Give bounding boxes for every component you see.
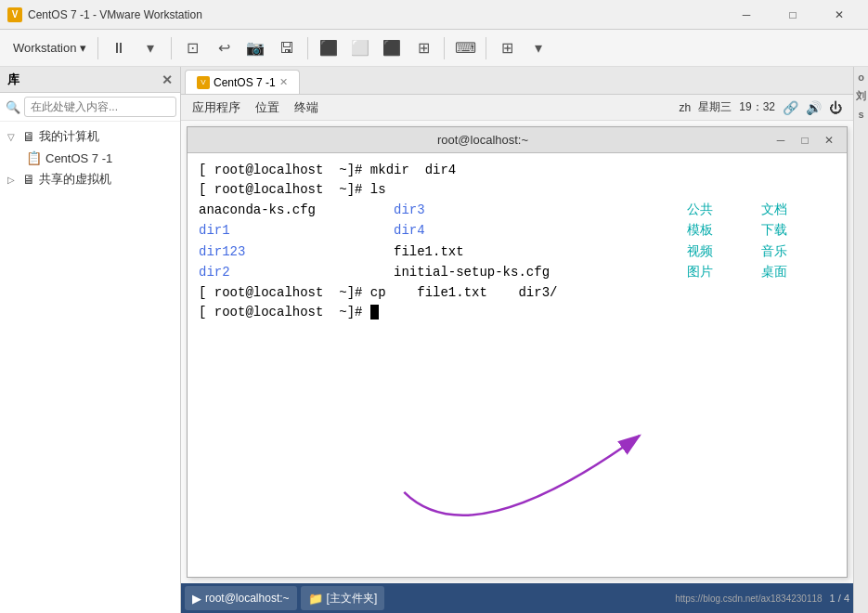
taskbar-terminal[interactable]: ▶ root@localhost:~ [185, 586, 297, 610]
vm-toolbar-right: zh 星期三 19：32 🔗 🔊 ⏻ [680, 99, 842, 115]
taskbar-terminal-icon: ▶ [192, 592, 201, 606]
vm-icon-btn-9[interactable]: ⌨ [450, 33, 480, 63]
ls-empty4 [561, 262, 687, 282]
search-input[interactable] [24, 97, 176, 117]
terminal-line-prompt: [ root@localhost ~]# [199, 303, 836, 322]
ls-empty1 [561, 200, 687, 220]
vm-tab-close-button[interactable]: ✕ [279, 76, 288, 88]
shared-vms-label: 共享的虚拟机 [39, 171, 111, 188]
vm-weekday: 星期三 [698, 99, 732, 115]
sidebar-item-centos[interactable]: 📋 CentOS 7 -1 [0, 148, 180, 168]
ls-file1: file1.txt [394, 241, 561, 262]
terminal-container: root@localhost:~ ─ □ ✕ [ root@localhost … [181, 121, 853, 583]
ls-zhuomian: 桌面 [761, 262, 836, 282]
ls-initial: initial-setup-ks.cfg [394, 262, 561, 282]
terminal-cursor [370, 305, 379, 320]
terminal-titlebar: root@localhost:~ ─ □ ✕ [188, 127, 847, 153]
ls-xiazai: 下载 [761, 220, 836, 241]
ls-dir2: dir2 [199, 262, 394, 282]
right-letter-o: o [858, 69, 864, 87]
terminal-minimize-button[interactable]: ─ [771, 131, 791, 150]
shared-icon: 🖥 [22, 172, 35, 187]
sidebar-close-button[interactable]: ✕ [162, 72, 173, 87]
taskbar: ▶ root@localhost:~ 📁 [主文件夹] https://blog… [181, 583, 853, 613]
ls-muban: 模板 [687, 220, 761, 241]
terminal-maximize-button[interactable]: □ [795, 131, 815, 150]
taskbar-files-label: [主文件夹] [327, 591, 378, 606]
computer-icon: 🖥 [22, 129, 35, 144]
ls-anaconda: anaconda-ks.cfg [199, 200, 394, 220]
vm-tab-label: CentOS 7 -1 [214, 76, 276, 89]
search-icon: 🔍 [6, 100, 20, 114]
watermark-text: https://blog.csdn.net/ax1834230118 [675, 593, 822, 604]
sidebar-item-shared-vms[interactable]: ▷ 🖥 共享的虚拟机 [0, 168, 180, 190]
vm-icon-btn-10[interactable]: ⊞ [492, 33, 522, 63]
vm-icon-btn-6[interactable]: ⬜ [345, 33, 375, 63]
taskbar-files-icon: 📁 [308, 592, 323, 606]
sidebar-search-bar: 🔍 ▼ [0, 93, 180, 122]
workstation-menu-button[interactable]: Workstation ▾ [7, 33, 92, 63]
vm-icon-btn-dropdown[interactable]: ▾ [524, 33, 553, 63]
sidebar-tree: ▽ 🖥 我的计算机 📋 CentOS 7 -1 ▷ 🖥 共享的虚拟机 [0, 122, 180, 613]
ls-dir123: dir123 [199, 241, 394, 262]
pause-dropdown[interactable]: ▾ [136, 33, 165, 63]
right-letter-s: s [858, 106, 863, 124]
my-computer-label: 我的计算机 [39, 128, 99, 145]
power-icon[interactable]: ⏻ [829, 100, 842, 115]
vm-icon-btn-3[interactable]: 📷 [240, 33, 270, 63]
main-toolbar: Workstation ▾ ⏸ ▾ ⊡ ↩ 📷 🖫 ⬛ ⬜ ⬛ ⊞ ⌨ ⊞ ▾ [0, 30, 868, 67]
terminal-window: root@localhost:~ ─ □ ✕ [ root@localhost … [187, 126, 848, 578]
pause-button[interactable]: ⏸ [104, 33, 134, 63]
vm-tab-centos[interactable]: V CentOS 7 -1 ✕ [185, 70, 300, 94]
workstation-label: Workstation [13, 41, 76, 55]
maximize-button[interactable]: □ [771, 2, 814, 28]
volume-icon[interactable]: 🔊 [806, 100, 822, 115]
minimize-button[interactable]: ─ [725, 2, 768, 28]
vm-tab-icon: V [197, 76, 210, 89]
taskbar-files[interactable]: 📁 [主文件夹] [301, 586, 385, 610]
content-area: V CentOS 7 -1 ✕ 应用程序 位置 终端 zh 星期三 19：32 … [181, 67, 853, 613]
toolbar-sep-2 [171, 37, 172, 59]
window-controls: ─ □ ✕ [725, 2, 861, 28]
app-icon: V [7, 7, 22, 22]
sidebar: 库 ✕ 🔍 ▼ ▽ 🖥 我的计算机 📋 CentOS 7 -1 ▷ 🖥 共享的虚… [0, 67, 181, 613]
page-info: 1 / 4 [830, 593, 849, 604]
vm-time: 19：32 [739, 99, 775, 115]
vm-menu-terminal[interactable]: 终端 [294, 99, 318, 116]
ls-empty2 [561, 220, 687, 241]
terminal-line-ls: [ root@localhost ~]# ls [199, 180, 836, 200]
ls-output-grid: anaconda-ks.cfg dir3 公共 文档 dir1 dir4 模板 … [199, 200, 836, 283]
ls-wendang: 文档 [761, 200, 836, 220]
vm-icon-btn-1[interactable]: ⊡ [177, 33, 207, 63]
vm-menu-apps[interactable]: 应用程序 [192, 99, 240, 116]
centos-label: CentOS 7 -1 [45, 151, 112, 165]
terminal-line-cp: [ root@localhost ~]# cp file1.txt dir3/ [199, 283, 836, 303]
sidebar-title: 库 [7, 72, 19, 88]
vm-menu-bar: 应用程序 位置 终端 zh 星期三 19：32 🔗 🔊 ⏻ [181, 95, 853, 121]
vm-icon-btn-8[interactable]: ⊞ [408, 33, 438, 63]
taskbar-right: https://blog.csdn.net/ax1834230118 1 / 4 [675, 593, 849, 604]
right-letter-liu: 刘 [856, 87, 866, 106]
toolbar-sep-3 [307, 37, 308, 59]
vm-icon-btn-5[interactable]: ⬛ [314, 33, 343, 63]
close-button[interactable]: ✕ [818, 2, 861, 28]
ls-dir4: dir4 [394, 220, 561, 241]
expand-icon-2: ▷ [7, 175, 19, 185]
ls-shipin: 视频 [687, 241, 761, 262]
right-panel: o 刘 s [853, 67, 868, 613]
vm-icon-btn-7[interactable]: ⬛ [377, 33, 407, 63]
vm-lang: zh [680, 101, 692, 114]
toolbar-sep-4 [444, 37, 445, 59]
vm-menu-location[interactable]: 位置 [255, 99, 279, 116]
terminal-content[interactable]: [ root@localhost ~]# mkdir dir4 [ root@l… [188, 153, 847, 577]
ls-tupian: 图片 [687, 262, 761, 282]
vm-icon-btn-4[interactable]: 🖫 [272, 33, 302, 63]
sidebar-item-my-computer[interactable]: ▽ 🖥 我的计算机 [0, 125, 180, 148]
workstation-dropdown-icon: ▾ [80, 41, 86, 55]
terminal-controls-right: ─ □ ✕ [771, 131, 839, 150]
vm-icon: 📋 [26, 150, 42, 165]
network-icon[interactable]: 🔗 [783, 100, 798, 115]
vm-icon-btn-2[interactable]: ↩ [209, 33, 239, 63]
terminal-close-button[interactable]: ✕ [819, 131, 839, 150]
toolbar-sep-5 [486, 37, 486, 59]
